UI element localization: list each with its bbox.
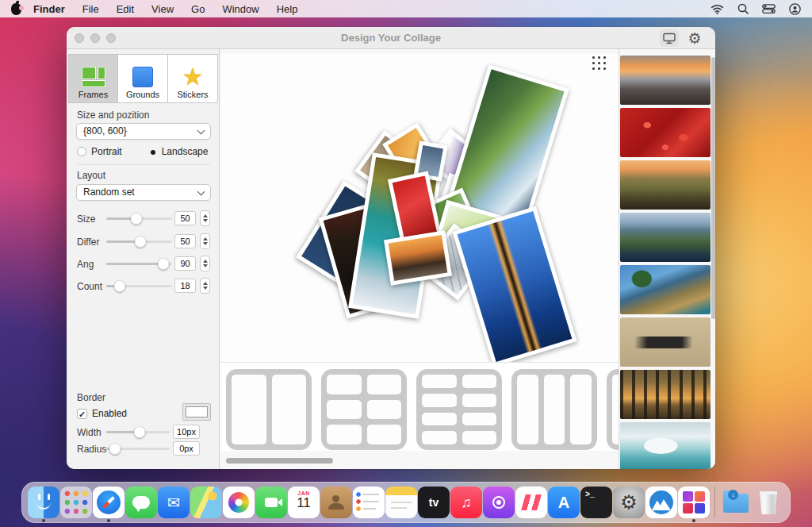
dock-tv[interactable]: tv <box>418 487 450 518</box>
collage-canvas[interactable] <box>220 54 619 362</box>
thumbnail-coastal-pine[interactable] <box>620 265 710 314</box>
desktop-wallpaper: Finder File Edit View Go Window Help Des… <box>0 0 812 527</box>
size-dropdown[interactable]: {800, 600} <box>76 123 211 140</box>
dock-podcasts[interactable] <box>483 487 515 518</box>
size-value-field[interactable]: 50 <box>174 211 196 225</box>
dock-trash[interactable] <box>753 487 784 518</box>
border-width-value[interactable]: 10px <box>173 425 200 439</box>
border-width-label: Width <box>77 427 102 438</box>
ang-value-field[interactable]: 90 <box>174 256 196 271</box>
thumbnail-rifle-on-sand[interactable] <box>620 317 710 367</box>
border-enabled-checkbox[interactable]: ✓ <box>77 409 87 419</box>
apple-menu-icon[interactable] <box>11 3 21 15</box>
menu-bar: Finder File Edit View Go Window Help <box>0 0 812 17</box>
display-icon <box>663 33 676 44</box>
user-account-icon[interactable] <box>789 3 801 15</box>
template-three-columns[interactable] <box>511 369 597 450</box>
dock-collage-app[interactable] <box>678 487 710 518</box>
title-bar[interactable]: Design Your Collage ⚙ <box>67 27 715 49</box>
layout-dropdown[interactable]: Random set <box>76 184 211 201</box>
differ-value-field[interactable]: 50 <box>174 234 196 248</box>
differ-stepper[interactable] <box>200 233 210 249</box>
dock-mountain-viewer[interactable] <box>645 487 677 518</box>
size-slider-thumb[interactable] <box>131 213 143 225</box>
dock-calendar[interactable]: JAN11 <box>288 487 320 518</box>
dock-downloads-folder[interactable]: ↓ <box>720 487 752 518</box>
canvas-column <box>220 49 619 469</box>
dock-terminal[interactable]: >_ <box>580 487 612 518</box>
wifi-icon[interactable] <box>710 4 724 14</box>
tab-frames[interactable]: Frames <box>68 54 118 103</box>
border-radius-label: Radius <box>77 444 106 455</box>
thumbnail-sunlit-forest[interactable] <box>620 370 710 419</box>
border-radius-thumb[interactable] <box>109 443 121 455</box>
dock-system-preferences[interactable]: ⚙ <box>613 487 645 518</box>
dock-music[interactable]: ♫ <box>450 487 482 518</box>
size-position-heading: Size and pozition <box>77 110 149 121</box>
dock-app-store[interactable]: A <box>548 487 580 518</box>
size-stepper[interactable] <box>200 210 210 226</box>
menu-item-finder[interactable]: Finder <box>25 3 74 15</box>
count-slider-thumb[interactable] <box>114 280 126 292</box>
thumbnail-fjord-mountains[interactable] <box>620 213 710 262</box>
differ-slider-thumb[interactable] <box>135 236 147 248</box>
differ-slider-track[interactable] <box>106 240 172 243</box>
menu-item-edit[interactable]: Edit <box>108 3 143 15</box>
border-enabled-label: Enabled <box>92 408 127 419</box>
dock-maps[interactable] <box>190 487 222 518</box>
collage-photo-night-city[interactable] <box>452 206 576 362</box>
settings-gear-icon[interactable]: ⚙ <box>685 29 704 47</box>
dock-notes[interactable] <box>385 487 417 518</box>
dock-photos[interactable] <box>223 487 255 518</box>
menu-item-window[interactable]: Window <box>213 3 267 15</box>
border-width-thumb[interactable] <box>133 426 145 438</box>
dock-mail[interactable]: ✉ <box>158 487 190 518</box>
control-center-icon[interactable] <box>762 4 776 13</box>
dock-reminders[interactable] <box>353 487 385 518</box>
template-two-columns[interactable] <box>226 369 312 450</box>
border-color-well[interactable] <box>182 403 211 421</box>
dock-safari[interactable] <box>93 487 124 518</box>
ang-slider-thumb[interactable] <box>158 258 170 270</box>
vertical-scrollbar[interactable] <box>711 56 715 466</box>
dock-launchpad[interactable] <box>60 487 92 518</box>
tab-grounds[interactable]: Grounds <box>118 54 168 103</box>
ang-stepper[interactable] <box>200 256 210 271</box>
dock-finder[interactable] <box>28 487 59 518</box>
dock: ✉ JAN11 tv ♫ A >_ ⚙ ↓ <box>21 482 791 523</box>
template-grid-2x4[interactable] <box>416 369 502 450</box>
horizontal-scrollbar[interactable] <box>220 457 619 465</box>
thumbnail-futuristic-architecture[interactable] <box>620 422 710 469</box>
dock-contacts[interactable] <box>320 487 352 518</box>
horizontal-scrollbar-thumb[interactable] <box>226 458 333 464</box>
drag-dots-handle[interactable] <box>592 56 607 71</box>
vertical-scrollbar-thumb[interactable] <box>711 57 715 319</box>
dock-news[interactable] <box>515 487 547 518</box>
count-slider-track[interactable] <box>106 285 172 287</box>
thumbnail-sunset-pier[interactable] <box>620 56 710 105</box>
border-radius-value[interactable]: 0px <box>173 441 200 456</box>
menu-item-go[interactable]: Go <box>182 3 213 15</box>
dock-messages[interactable] <box>125 487 157 518</box>
thumbnail-strawberries[interactable] <box>620 108 710 157</box>
ang-slider-track[interactable] <box>106 263 172 265</box>
count-stepper[interactable] <box>200 278 210 294</box>
display-toolbar-button[interactable] <box>660 29 679 47</box>
size-slider-track[interactable] <box>106 217 172 220</box>
thumbnail-autumn-cliffs[interactable] <box>620 160 710 210</box>
template-partial-next[interactable] <box>607 369 619 450</box>
border-radius-track[interactable] <box>106 448 170 450</box>
border-width-track[interactable] <box>106 431 170 433</box>
ang-slider-row: Ang 90 <box>67 257 220 270</box>
menu-item-help[interactable]: Help <box>268 3 307 15</box>
collage-photo-sunset-pier[interactable] <box>384 230 452 285</box>
template-grid-2x3[interactable] <box>321 369 407 450</box>
menu-item-file[interactable]: File <box>74 3 108 15</box>
portrait-radio[interactable] <box>77 147 86 156</box>
tab-stickers[interactable]: ★ Stickers <box>168 54 218 103</box>
dock-facetime[interactable] <box>255 487 287 518</box>
landscape-radio[interactable] <box>147 147 157 156</box>
count-value-field[interactable]: 18 <box>174 279 196 293</box>
spotlight-search-icon[interactable] <box>737 3 749 14</box>
menu-item-view[interactable]: View <box>143 3 182 15</box>
